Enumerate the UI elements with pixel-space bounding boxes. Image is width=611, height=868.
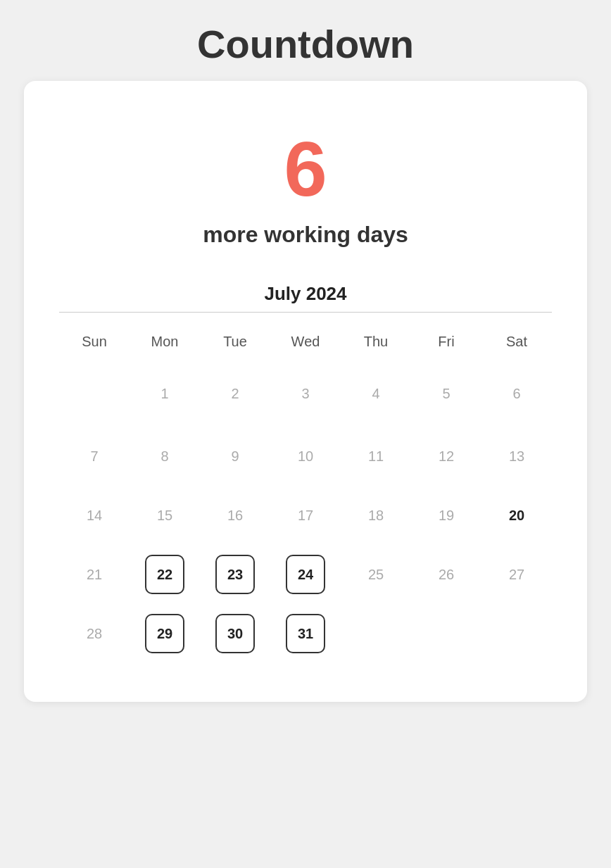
day-cell-empty-3 (411, 604, 481, 667)
day-cell-26: 26 (411, 545, 481, 604)
day-cell-25: 25 (341, 545, 411, 604)
day-cell-17: 17 (270, 486, 341, 545)
day-cell-14: 14 (59, 486, 130, 545)
countdown-number: 6 (284, 130, 327, 208)
day-cell-11: 11 (341, 427, 411, 486)
calendar-grid: Sun Mon Tue Wed Thu Fri Sat 1 2 3 4 5 6 … (59, 327, 552, 667)
day-cell-19: 19 (411, 486, 481, 545)
day-header-sat: Sat (481, 327, 552, 364)
countdown-label: more working days (203, 222, 408, 248)
day-cell-7: 7 (59, 427, 130, 486)
day-cell-16: 16 (200, 486, 270, 545)
day-header-sun: Sun (59, 327, 130, 364)
day-header-fri: Fri (411, 327, 481, 364)
day-cell-31: 31 (270, 604, 341, 667)
day-cell-12: 12 (411, 427, 481, 486)
day-cell-23: 23 (200, 545, 270, 604)
day-cell-13: 13 (481, 427, 552, 486)
day-cell-21: 21 (59, 545, 130, 604)
day-cell-1: 1 (130, 364, 200, 427)
day-cell-18: 18 (341, 486, 411, 545)
day-cell-29: 29 (130, 604, 200, 667)
day-cell-10: 10 (270, 427, 341, 486)
day-cell-30: 30 (200, 604, 270, 667)
page-title: Countdown (197, 21, 414, 67)
calendar-title: July 2024 (59, 283, 552, 305)
day-cell-28: 28 (59, 604, 130, 667)
day-header-mon: Mon (130, 327, 200, 364)
main-card: 6 more working days July 2024 Sun Mon Tu… (24, 81, 587, 702)
day-cell-empty (59, 364, 130, 427)
day-header-wed: Wed (270, 327, 341, 364)
day-cell-2: 2 (200, 364, 270, 427)
day-cell-24: 24 (270, 545, 341, 604)
day-cell-5: 5 (411, 364, 481, 427)
day-cell-6: 6 (481, 364, 552, 427)
calendar-divider (59, 312, 552, 313)
day-cell-empty-4 (481, 604, 552, 667)
day-cell-4: 4 (341, 364, 411, 427)
day-cell-3: 3 (270, 364, 341, 427)
day-header-tue: Tue (200, 327, 270, 364)
day-cell-8: 8 (130, 427, 200, 486)
day-cell-22: 22 (130, 545, 200, 604)
day-cell-20: 20 (481, 486, 552, 545)
calendar: July 2024 Sun Mon Tue Wed Thu Fri Sat 1 … (59, 283, 552, 667)
day-cell-27: 27 (481, 545, 552, 604)
day-cell-15: 15 (130, 486, 200, 545)
day-cell-9: 9 (200, 427, 270, 486)
day-cell-empty-2 (341, 604, 411, 667)
day-header-thu: Thu (341, 327, 411, 364)
